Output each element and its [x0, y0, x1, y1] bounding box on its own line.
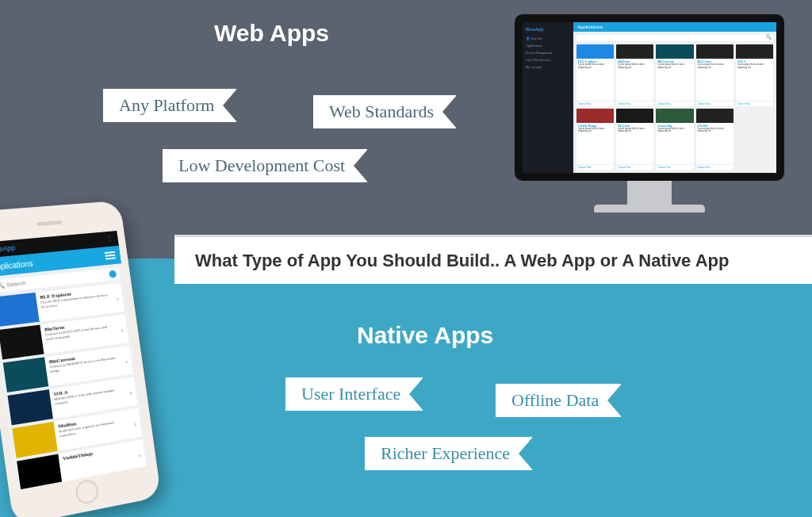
item-thumb [12, 422, 57, 458]
card-body: BLE ExplorerLorem ipsum dolor sit amet a… [576, 59, 614, 101]
card-thumb [656, 109, 693, 123]
card-thumb [656, 44, 693, 59]
ribbon-richer-experience: Richer Experience [365, 437, 532, 470]
center-banner: What Type of App You Should Build.. A We… [174, 235, 812, 284]
dots-icon: ⋮ [106, 235, 113, 243]
dashboard-sidebar: BlueApp 👤 John Doe Applications Device M… [523, 22, 573, 173]
card-thumb [576, 44, 614, 59]
card-footer: Connect Now [576, 164, 614, 170]
app-grid: BLE ExplorerLorem ipsum dolor sit amet a… [573, 44, 776, 173]
item-thumb [0, 325, 44, 360]
ribbon-web-standards: Web Standards [313, 95, 456, 128]
menu-icon [105, 250, 116, 261]
phone-brand: BlueApp [0, 243, 16, 254]
app-card: ZR-400Lorem ipsum dolor sit amet adipisc… [696, 109, 733, 170]
item-info: BLE ExplorerUse the BLE connections to d… [36, 284, 115, 321]
ribbon-any-platform: Any Platform [103, 89, 236, 122]
phone-header-title: Applications [0, 258, 33, 271]
sidebar-item: Applications [526, 44, 570, 48]
desktop-monitor: BlueApp 👤 John Doe Applications Device M… [515, 14, 784, 213]
sidebar-item: My Account [526, 65, 570, 69]
home-button-icon [75, 478, 100, 505]
app-card: BluTermLorem ipsum dolor sit amet adipis… [616, 44, 653, 106]
item-thumb [3, 357, 49, 393]
card-footer: Connect Now [696, 101, 733, 106]
sidebar-item: Device Management [526, 51, 570, 55]
sidebar-item: View Your Devices [526, 58, 570, 62]
card-thumb [696, 44, 733, 59]
card-body: BLI-toolLorem ipsum dolor sit amet adipi… [616, 123, 653, 165]
card-footer: Connect Now [656, 101, 693, 106]
card-thumb [696, 109, 733, 123]
card-body: SensorTagLorem ipsum dolor sit amet adip… [656, 123, 693, 165]
card-thumb [736, 44, 773, 59]
card-footer: Connect Now [736, 101, 773, 106]
app-card: VisibleThingsLorem ipsum dolor sit amet … [576, 109, 614, 170]
card-body: ZR-400Lorem ipsum dolor sit amet adipisc… [696, 123, 733, 165]
item-thumb [0, 293, 40, 327]
app-card: SOLALorem ipsum dolor sit amet adipiscin… [736, 44, 773, 106]
ribbon-user-interface: User Interface [285, 377, 423, 411]
card-thumb [616, 109, 653, 123]
ribbon-low-dev-cost: Low Development Cost [163, 149, 367, 182]
card-footer: Connect Now [616, 101, 653, 106]
app-card: BluCurrentLorem ipsum dolor sit amet adi… [656, 44, 693, 106]
app-card: BLE ScanLorem ipsum dolor sit amet adipi… [696, 44, 733, 106]
card-thumb [576, 109, 614, 123]
app-card: SensorTagLorem ipsum dolor sit amet adip… [656, 109, 693, 170]
card-body: VisibleThingsLorem ipsum dolor sit amet … [576, 123, 614, 165]
phone-search-placeholder: Search [6, 279, 27, 288]
search-icon: 🔍 [0, 281, 6, 289]
native-apps-title: Native Apps [357, 322, 493, 349]
phone-app-list: BLE ExplorerUse the BLE connections to d… [0, 283, 150, 490]
item-thumb [17, 454, 62, 490]
web-apps-title: Web Apps [214, 20, 329, 47]
card-footer: Connect Now [656, 164, 693, 170]
ribbon-offline-data: Offline Data [496, 384, 621, 417]
card-footer: Connect Now [696, 164, 733, 170]
sidebar-user: 👤 John Doe [526, 36, 570, 40]
center-banner-text: What Type of App You Should Build.. A We… [195, 251, 729, 271]
item-thumb [8, 389, 53, 425]
search-bar [576, 35, 773, 41]
app-card: BLE ExplorerLorem ipsum dolor sit amet a… [576, 44, 614, 106]
card-body: BluTermLorem ipsum dolor sit amet adipis… [616, 59, 653, 101]
card-body: BLE ScanLorem ipsum dolor sit amet adipi… [696, 59, 733, 101]
card-footer: Connect Now [616, 164, 653, 170]
card-footer: Connect Now [576, 101, 614, 106]
card-body: SOLALorem ipsum dolor sit amet adipiscin… [736, 59, 773, 101]
card-thumb [616, 44, 653, 59]
card-body: BluCurrentLorem ipsum dolor sit amet adi… [656, 59, 693, 101]
app-card: BLI-toolLorem ipsum dolor sit amet adipi… [616, 109, 653, 170]
dashboard-header: Applications [573, 22, 776, 32]
brand-logo: BlueApp [526, 27, 570, 32]
